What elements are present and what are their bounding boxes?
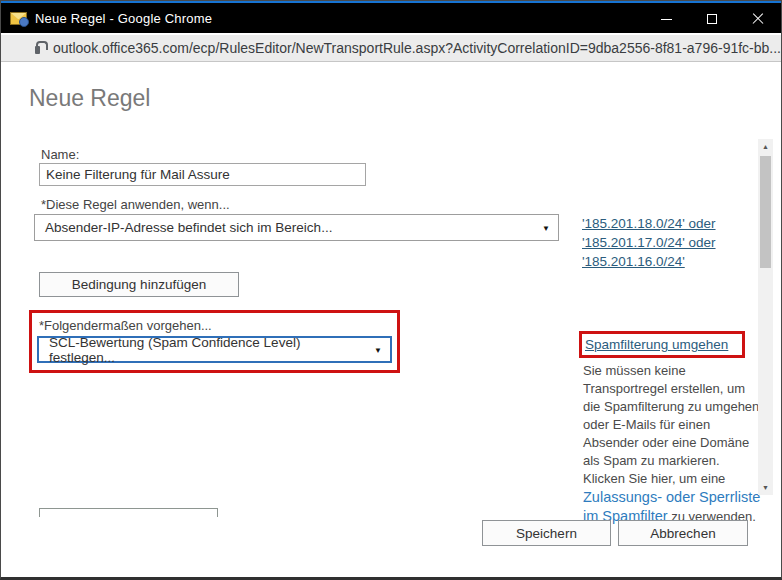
- bypass-spam-filter-link[interactable]: Spamfilterung umgehen: [585, 337, 728, 352]
- chevron-down-icon: ▼: [542, 223, 550, 232]
- cancel-button[interactable]: Abbrechen: [618, 520, 748, 546]
- minimize-button[interactable]: [643, 3, 689, 35]
- close-button[interactable]: [735, 3, 781, 35]
- condition-label: *Diese Regel anwenden, wenn...: [41, 197, 230, 212]
- bypass-highlight-box: Spamfilterung umgehen: [579, 331, 745, 358]
- ip-range-link-2[interactable]: '185.201.17.0/24' oder: [582, 233, 716, 252]
- url-text: outlook.office365.com/ecp/RulesEditor/Ne…: [53, 40, 781, 56]
- maximize-icon: [707, 14, 717, 24]
- ip-range-link-1[interactable]: '185.201.18.0/24' oder: [582, 214, 716, 233]
- condition-dropdown[interactable]: Absender-IP-Adresse befindet sich im Ber…: [34, 214, 559, 241]
- condition-dropdown-value: Absender-IP-Adresse befindet sich im Ber…: [45, 220, 332, 235]
- name-label: Name:: [41, 147, 79, 162]
- url-bar[interactable]: outlook.office365.com/ecp/RulesEditor/Ne…: [1, 35, 781, 62]
- scrollbar-thumb[interactable]: [760, 156, 771, 268]
- window-title: Neue Regel - Google Chrome: [35, 11, 212, 26]
- action-label: *Folgendermaßen vorgehen...: [39, 318, 212, 333]
- action-dropdown-value: SCL-Bewertung (Spam Confidence Level) fe…: [49, 335, 366, 365]
- action-dropdown[interactable]: SCL-Bewertung (Spam Confidence Level) fe…: [37, 336, 392, 363]
- close-icon: [752, 13, 764, 25]
- window-controls: [643, 3, 781, 35]
- maximize-button[interactable]: [689, 3, 735, 35]
- lock-icon: [35, 46, 40, 54]
- save-button[interactable]: Speichern: [482, 520, 611, 546]
- scroll-down-icon[interactable]: ▼: [758, 480, 773, 495]
- title-bar: Neue Regel - Google Chrome: [1, 1, 781, 33]
- scroll-up-icon[interactable]: ▲: [758, 139, 773, 154]
- envelope-icon: [10, 12, 27, 25]
- chevron-down-icon: ▼: [374, 345, 382, 354]
- help-text: Sie müssen keine Transportregel erstelle…: [583, 362, 765, 526]
- clipped-control: [39, 508, 218, 517]
- rule-name-input[interactable]: [39, 163, 366, 186]
- ip-range-links: '185.201.18.0/24' oder '185.201.17.0/24'…: [582, 214, 716, 271]
- browser-window: Neue Regel - Google Chrome outlook.offic…: [0, 0, 782, 580]
- help-text-before: Sie müssen keine Transportregel erstelle…: [583, 363, 759, 486]
- page-title: Neue Regel: [29, 85, 150, 112]
- add-condition-button[interactable]: Bedingung hinzufügen: [39, 272, 239, 297]
- scrollbar[interactable]: ▲ ▼: [758, 139, 773, 495]
- minimize-icon: [661, 19, 672, 20]
- ip-range-link-3[interactable]: '185.201.16.0/24': [582, 252, 716, 271]
